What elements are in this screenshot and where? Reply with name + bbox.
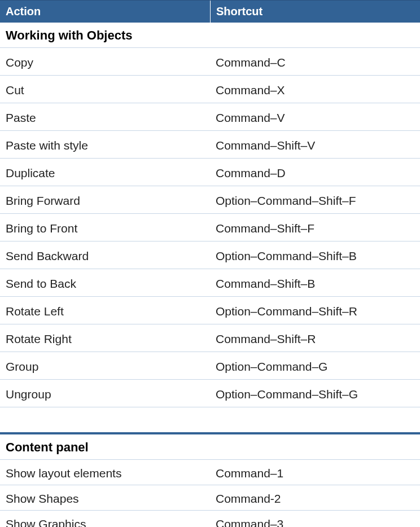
header-shortcut: Shortcut [210,1,420,23]
section-body-content-panel: Show layout elementsCommand–1 Show Shape… [0,460,420,527]
cell-shortcut: Option–Command–Shift–B [210,241,420,269]
cell-shortcut: Option–Command–Shift–R [210,297,420,324]
cell-shortcut: Command–X [210,76,420,103]
cell-action: Cut [0,76,210,103]
cell-action: Rotate Right [0,324,210,352]
shortcuts-table: Action Shortcut Working with Objects Cop… [0,0,420,527]
cell-shortcut: Command–V [210,103,420,130]
cell-shortcut: Option–Command–Shift–F [210,186,420,213]
table-row: Show ShapesCommand-2 [0,485,420,511]
cell-action: Copy [0,48,210,75]
cell-shortcut: Command–D [210,159,420,186]
table-row: Show GraphicsCommand–3 [0,511,420,527]
cell-shortcut: Command–Shift–F [210,214,420,241]
cell-shortcut: Option–Command–Shift–G [210,380,420,407]
table-row: GroupOption–Command–G [0,352,420,380]
cell-action: Ungroup [0,380,210,407]
cell-action: Rotate Left [0,297,210,324]
table-row: Send BackwardOption–Command–Shift–B [0,241,420,269]
cell-shortcut: Command-2 [210,485,420,510]
table-row: CutCommand–X [0,76,420,103]
cell-action: Send Backward [0,241,210,269]
header-action: Action [0,1,210,23]
section-title-objects: Working with Objects [0,23,420,48]
cell-action: Bring Forward [0,186,210,213]
cell-shortcut: Option–Command–G [210,352,420,379]
table-row: DuplicateCommand–D [0,159,420,186]
cell-action: Show layout elements [0,460,210,485]
cell-action: Paste with style [0,131,210,158]
cell-action: Group [0,352,210,379]
table-header-row: Action Shortcut [0,0,420,23]
cell-action: Show Shapes [0,485,210,510]
table-row: Rotate RightCommand–Shift–R [0,324,420,352]
table-row: PasteCommand–V [0,103,420,131]
table-row: Show layout elementsCommand–1 [0,460,420,485]
cell-shortcut: Command–Shift–V [210,131,420,158]
table-row: Rotate LeftOption–Command–Shift–R [0,297,420,324]
cell-shortcut: Command–1 [210,460,420,485]
cell-shortcut: Command–3 [210,511,420,527]
table-row: Bring ForwardOption–Command–Shift–F [0,186,420,214]
table-row: UngroupOption–Command–Shift–G [0,380,420,407]
section-body-objects: CopyCommand–C CutCommand–X PasteCommand–… [0,48,420,407]
cell-action: Duplicate [0,159,210,186]
table-row: Send to BackCommand–Shift–B [0,269,420,297]
table-row: CopyCommand–C [0,48,420,76]
table-row: Bring to FrontCommand–Shift–F [0,214,420,241]
section-title-content-panel: Content panel [0,434,420,460]
cell-action: Show Graphics [0,511,210,527]
cell-shortcut: Command–Shift–B [210,269,420,296]
cell-shortcut: Command–C [210,48,420,75]
cell-action: Send to Back [0,269,210,296]
cell-action: Paste [0,103,210,130]
cell-action: Bring to Front [0,214,210,241]
table-row: Paste with styleCommand–Shift–V [0,131,420,159]
cell-shortcut: Command–Shift–R [210,324,420,352]
